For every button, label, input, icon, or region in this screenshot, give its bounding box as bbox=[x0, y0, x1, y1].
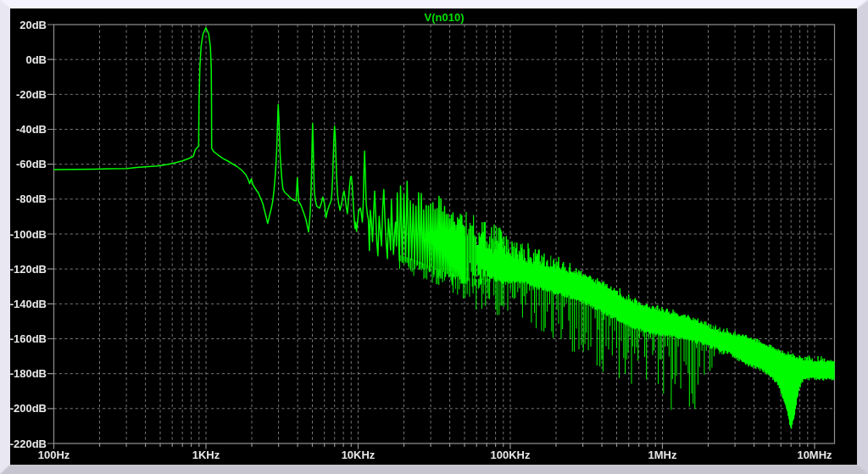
svg-text:-40dB: -40dB bbox=[16, 123, 47, 136]
svg-text:100KHz: 100KHz bbox=[491, 449, 531, 461]
svg-text:V(n010): V(n010) bbox=[425, 11, 465, 24]
svg-text:1MHz: 1MHz bbox=[648, 449, 677, 461]
svg-text:100Hz: 100Hz bbox=[38, 449, 70, 461]
svg-text:-160dB: -160dB bbox=[10, 332, 47, 345]
svg-text:-180dB: -180dB bbox=[10, 367, 47, 380]
svg-text:10KHz: 10KHz bbox=[342, 449, 376, 461]
svg-text:1KHz: 1KHz bbox=[192, 449, 220, 461]
svg-text:0dB: 0dB bbox=[25, 53, 47, 66]
svg-text:-80dB: -80dB bbox=[16, 192, 47, 205]
svg-text:-140dB: -140dB bbox=[10, 298, 47, 310]
svg-text:-120dB: -120dB bbox=[10, 263, 47, 276]
svg-text:-200dB: -200dB bbox=[10, 402, 47, 415]
svg-text:10MHz: 10MHz bbox=[797, 449, 832, 461]
svg-text:-20dB: -20dB bbox=[16, 88, 47, 101]
svg-text:-100dB: -100dB bbox=[10, 228, 47, 241]
svg-text:20dB: 20dB bbox=[19, 19, 47, 31]
svg-text:-60dB: -60dB bbox=[16, 158, 47, 170]
